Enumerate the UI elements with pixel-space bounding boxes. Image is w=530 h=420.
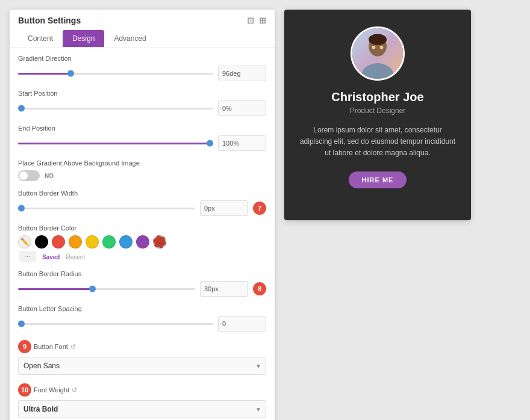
end-position-slider[interactable] [18,139,213,147]
color-swatch-red[interactable] [52,235,65,249]
end-position-group: End Position 100% [18,125,266,151]
start-position-slider[interactable] [18,104,213,113]
end-position-value[interactable]: 100% [218,135,266,151]
gradient-direction-slider[interactable] [18,69,213,78]
color-swatch-orange[interactable] [69,235,82,249]
border-width-group: Button Border Width 0px 7 [18,190,266,216]
letter-spacing-group: Button Letter Spacing 0 [18,305,266,332]
border-radius-badge: 8 [253,282,266,295]
border-color-group: Button Border Color ✏️ ··· Saved Recent [18,224,266,262]
border-width-badge: 7 [253,202,266,215]
font-weight-group: 10 Font Weight ↺ Ultra Bold ▼ [18,383,266,418]
start-position-group: Start Position 0% [18,90,266,116]
color-more-btn[interactable]: ··· [19,251,36,262]
expand-icon[interactable]: ⊞ [259,16,266,25]
profile-name: Christopher Joe [331,90,423,104]
color-swatch-purple[interactable] [136,235,149,249]
hire-button[interactable]: HIRE ME [349,171,407,188]
saved-recent-row: Saved Recent [42,254,85,261]
border-width-slider[interactable] [18,204,195,212]
gradient-direction-label: Gradient Direction [18,55,266,62]
color-picker-btn[interactable]: ✏️ [18,235,31,249]
color-swatch-blue[interactable] [119,235,132,249]
tab-content[interactable]: Content [18,30,63,47]
font-weight-badge: 10 [18,383,31,397]
place-gradient-toggle[interactable] [18,170,40,181]
saved-label[interactable]: Saved [42,254,60,261]
recent-label[interactable]: Recent [66,254,85,261]
font-weight-select[interactable]: Ultra Bold [18,400,266,418]
border-width-label: Button Border Width [18,190,266,197]
svg-point-2 [369,34,387,45]
color-swatch-yellow[interactable] [86,235,99,249]
panel-body: Gradient Direction 96deg Start Position [10,48,275,420]
panel-title: Button Settings ⊡ ⊞ [18,16,266,25]
place-gradient-label: Place Gradient Above Background Image [18,159,266,167]
button-font-badge: 9 [18,340,31,353]
panel-title-icons: ⊡ ⊞ [247,16,266,25]
svg-point-3 [372,46,376,49]
button-settings-panel: Button Settings ⊡ ⊞ Content Design Advan… [10,10,275,420]
border-radius-label: Button Border Radius [18,270,266,277]
place-gradient-toggle-label: NO [45,173,54,179]
border-radius-value[interactable]: 30px [200,281,248,297]
profile-card: Christopher Joe Product Designer Lorem i… [284,10,471,220]
border-width-value[interactable]: 0px [200,200,248,216]
minimize-icon[interactable]: ⊡ [247,16,254,25]
panel-header: Button Settings ⊡ ⊞ Content Design Advan… [10,10,275,48]
svg-point-4 [380,46,384,49]
color-swatch-green[interactable] [102,235,116,249]
place-gradient-toggle-row: NO [18,170,266,181]
font-weight-label: Font Weight [34,386,69,394]
border-width-slider-row: 0px 7 [18,200,266,216]
button-font-select[interactable]: Open Sans [18,357,266,375]
profile-avatar [352,28,403,79]
color-swatch-crimson[interactable] [153,235,166,249]
button-font-group: 9 Button Font ↺ Open Sans ▼ [18,340,266,375]
border-radius-slider-row: 30px 8 [18,281,266,297]
letter-spacing-value[interactable]: 0 [218,316,266,332]
color-swatch-black[interactable] [35,235,48,249]
profile-description: Lorem ipsum dolor sit amet, consectetur … [299,125,457,159]
button-font-reset-icon[interactable]: ↺ [70,343,76,351]
gradient-direction-group: Gradient Direction 96deg [18,55,266,81]
panel-title-text: Button Settings [18,16,81,25]
letter-spacing-slider-row: 0 [18,316,266,332]
tab-design[interactable]: Design [63,30,104,47]
place-gradient-group: Place Gradient Above Background Image NO [18,159,266,181]
color-swatches: ✏️ [18,235,266,249]
gradient-direction-value[interactable]: 96deg [218,66,266,81]
profile-avatar-wrapper [351,26,405,81]
start-position-slider-row: 0% [18,100,266,116]
tab-advanced[interactable]: Advanced [104,30,155,47]
gradient-direction-slider-row: 96deg [18,66,266,81]
start-position-value[interactable]: 0% [218,100,266,116]
tabs: Content Design Advanced [18,30,266,47]
letter-spacing-slider[interactable] [18,320,213,328]
button-font-select-wrapper: Open Sans ▼ [18,357,266,375]
letter-spacing-label: Button Letter Spacing [18,305,266,312]
avatar-svg [352,26,403,81]
end-position-label: End Position [18,125,266,132]
border-radius-group: Button Border Radius 30px 8 [18,270,266,297]
border-radius-slider[interactable] [18,285,195,293]
end-position-slider-row: 100% [18,135,266,151]
start-position-label: Start Position [18,90,266,97]
font-weight-select-wrapper: Ultra Bold ▼ [18,400,266,418]
font-weight-reset-icon[interactable]: ↺ [72,386,77,394]
border-color-label: Button Border Color [18,224,266,232]
profile-title: Product Designer [350,107,406,115]
button-font-label: Button Font [34,343,68,350]
